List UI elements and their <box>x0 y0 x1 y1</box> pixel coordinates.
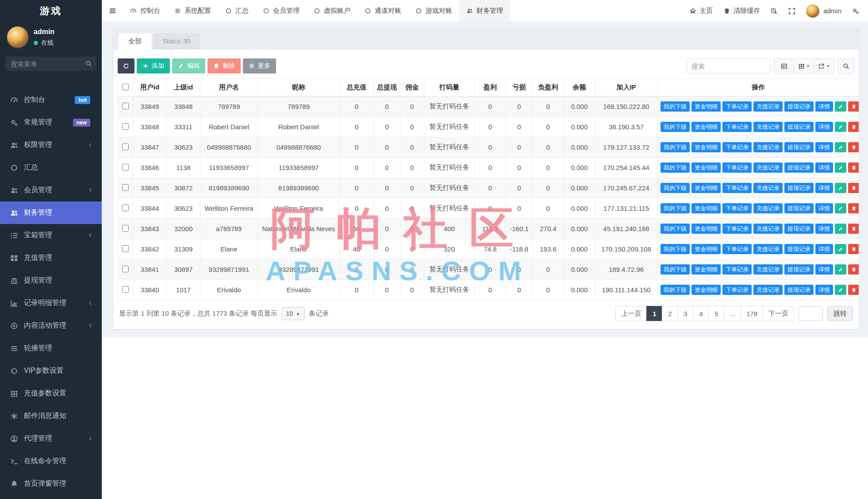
row-delete-button[interactable] <box>848 224 859 234</box>
delete-button[interactable]: 删除 <box>207 58 241 73</box>
row-action-withdraw-records[interactable]: 提现记录 <box>784 224 814 234</box>
topnav-tab-finance[interactable]: 财务管理 <box>459 0 510 22</box>
row-action-order-records[interactable]: 下单记录 <box>722 285 752 295</box>
row-action-my-subordinates[interactable]: 我的下级 <box>661 224 690 234</box>
row-action-details[interactable]: 详情 <box>815 203 833 213</box>
select-all-checkbox[interactable] <box>122 84 129 90</box>
search-submit-button[interactable] <box>837 58 854 73</box>
page-jump-input[interactable] <box>799 306 823 321</box>
sidebar-item-summary[interactable]: 汇总 <box>0 156 102 179</box>
sidebar-item-recharge[interactable]: 充值管理 <box>0 247 102 269</box>
sidebar-item-carousel[interactable]: 轮播管理 <box>0 337 102 360</box>
pagination-page-4[interactable]: 4 <box>693 306 709 321</box>
sidebar-item-console[interactable]: 控制台hot <box>0 89 102 111</box>
sidebar-item-vip-params[interactable]: VIP参数设置 <box>0 360 102 382</box>
row-action-order-records[interactable]: 下单记录 <box>722 244 752 254</box>
table-search-input[interactable] <box>687 58 771 73</box>
row-action-my-subordinates[interactable]: 我的下级 <box>661 142 690 152</box>
sidebar-search-input[interactable] <box>5 57 96 71</box>
user-menu[interactable]: admin <box>806 4 841 18</box>
pagination-page-1[interactable]: 1 <box>646 306 662 321</box>
row-delete-button[interactable] <box>848 162 859 173</box>
settings-button[interactable] <box>852 8 859 15</box>
row-delete-button[interactable] <box>848 101 859 112</box>
pagination-next[interactable]: 下一页 <box>763 306 794 321</box>
sidebar-item-records[interactable]: 记录明细管理 <box>0 292 102 314</box>
row-action-details[interactable]: 详情 <box>815 285 833 295</box>
pagination-page-3[interactable]: 3 <box>677 306 693 321</box>
row-delete-button[interactable] <box>848 122 859 132</box>
row-action-recharge-records[interactable]: 充值记录 <box>753 183 783 193</box>
topnav-tab-console[interactable]: 控制台 <box>123 0 167 22</box>
export-dropdown-button[interactable]: ▼ <box>814 59 834 73</box>
row-action-fund-details[interactable]: 资金明细 <box>691 101 721 112</box>
row-action-withdraw-records[interactable]: 提现记录 <box>784 101 814 112</box>
row-action-recharge-records[interactable]: 充值记录 <box>753 264 783 275</box>
row-delete-button[interactable] <box>848 264 859 275</box>
row-edit-button[interactable] <box>835 101 846 112</box>
row-checkbox[interactable] <box>122 143 129 150</box>
sidebar-item-withdraw[interactable]: 提现管理 <box>0 269 102 292</box>
row-action-details[interactable]: 详情 <box>815 162 833 173</box>
topnav-tab-system-config[interactable]: 系统配置 <box>167 0 218 22</box>
more-button[interactable]: 更多 <box>243 58 276 73</box>
sidebar-item-home-popup[interactable]: 首页弹窗管理 <box>0 472 102 495</box>
row-action-recharge-records[interactable]: 充值记录 <box>753 101 783 112</box>
row-edit-button[interactable] <box>835 244 846 254</box>
row-edit-button[interactable] <box>835 162 846 173</box>
sidebar-item-general[interactable]: 常规管理new <box>0 111 102 134</box>
row-action-order-records[interactable]: 下单记录 <box>722 264 752 275</box>
row-action-order-records[interactable]: 下单记录 <box>722 122 752 132</box>
sidebar-item-member[interactable]: 会员管理 <box>0 179 102 201</box>
pagination-page-178[interactable]: 178 <box>741 306 763 321</box>
refresh-button[interactable] <box>118 58 134 73</box>
row-edit-button[interactable] <box>835 285 846 295</box>
row-action-fund-details[interactable]: 资金明细 <box>691 122 721 132</box>
row-delete-button[interactable] <box>848 142 859 152</box>
row-action-recharge-records[interactable]: 充值记录 <box>753 224 783 234</box>
sidebar-toggle-button[interactable] <box>102 0 123 22</box>
row-action-details[interactable]: 详情 <box>815 264 833 275</box>
row-action-order-records[interactable]: 下单记录 <box>722 224 752 234</box>
sidebar-item-treasure[interactable]: 宝箱管理 <box>0 224 102 247</box>
row-action-fund-details[interactable]: 资金明细 <box>691 264 721 275</box>
row-edit-button[interactable] <box>835 203 846 213</box>
pagination-prev[interactable]: 上一页 <box>615 306 647 321</box>
row-action-details[interactable]: 详情 <box>815 224 833 234</box>
row-edit-button[interactable] <box>835 264 846 275</box>
row-delete-button[interactable] <box>848 244 859 254</box>
row-action-details[interactable]: 详情 <box>815 142 833 152</box>
row-action-my-subordinates[interactable]: 我的下级 <box>661 183 690 193</box>
sidebar-item-online-command[interactable]: 在线命令管理 <box>0 450 102 472</box>
pagination-page-2[interactable]: 2 <box>662 306 678 321</box>
row-action-withdraw-records[interactable]: 提现记录 <box>784 162 814 173</box>
topnav-tab-channel-reconciliation[interactable]: 通道对账 <box>357 0 408 22</box>
sidebar-item-finance[interactable]: 财务管理 <box>0 201 102 224</box>
row-action-my-subordinates[interactable]: 我的下级 <box>661 162 690 173</box>
row-action-my-subordinates[interactable]: 我的下级 <box>661 122 690 132</box>
row-checkbox[interactable] <box>122 123 129 130</box>
row-action-withdraw-records[interactable]: 提现记录 <box>784 285 814 295</box>
row-action-recharge-records[interactable]: 充值记录 <box>753 203 783 213</box>
row-checkbox[interactable] <box>122 266 129 272</box>
row-checkbox[interactable] <box>122 184 129 191</box>
row-action-my-subordinates[interactable]: 我的下级 <box>661 285 690 295</box>
row-delete-button[interactable] <box>848 183 859 193</box>
row-checkbox[interactable] <box>122 103 129 109</box>
row-action-recharge-records[interactable]: 充值记录 <box>753 244 783 254</box>
row-edit-button[interactable] <box>835 224 846 234</box>
row-action-withdraw-records[interactable]: 提现记录 <box>784 264 814 275</box>
row-action-fund-details[interactable]: 资金明细 <box>691 183 721 193</box>
row-action-fund-details[interactable]: 资金明细 <box>691 162 721 173</box>
row-checkbox[interactable] <box>122 164 129 170</box>
sidebar-item-coupon[interactable]: 奖金券管理 <box>0 495 102 499</box>
row-action-my-subordinates[interactable]: 我的下级 <box>661 264 690 275</box>
fullscreen-button[interactable] <box>788 8 795 15</box>
row-checkbox[interactable] <box>122 245 129 252</box>
sidebar-item-mail-notice[interactable]: 邮件消息通知 <box>0 405 102 427</box>
topnav-tab-virtual-account[interactable]: 虚拟账户 <box>307 0 357 22</box>
home-link[interactable]: 主页 <box>689 7 713 15</box>
language-button[interactable] <box>771 8 778 15</box>
row-action-fund-details[interactable]: 资金明细 <box>691 285 721 295</box>
row-action-fund-details[interactable]: 资金明细 <box>691 142 721 152</box>
